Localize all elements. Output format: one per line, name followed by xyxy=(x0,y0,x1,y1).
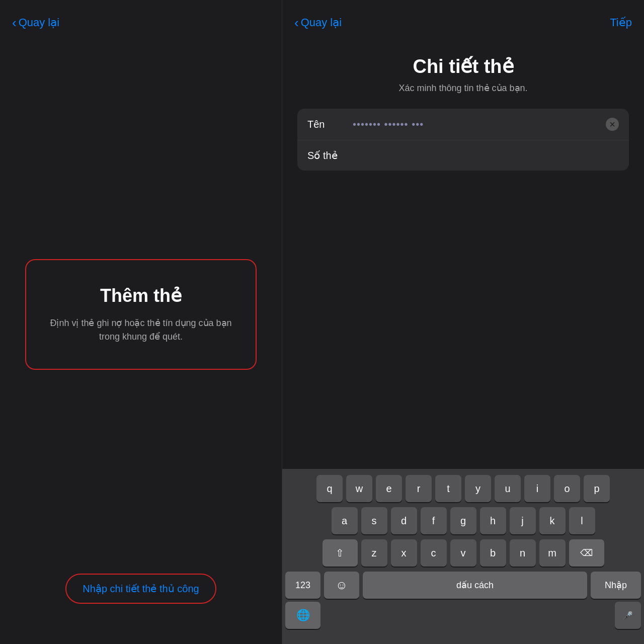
right-top-section: ‹ Quay lại Tiếp Chi tiết thẻ Xác minh th… xyxy=(282,0,644,171)
right-header: Chi tiết thẻ Xác minh thông tin thẻ của … xyxy=(282,45,644,109)
key-d[interactable]: d xyxy=(391,507,417,534)
add-card-box: Thêm thẻ Định vị thẻ ghi nợ hoặc thẻ tín… xyxy=(25,259,257,370)
space-key[interactable]: dấu cách xyxy=(363,572,587,599)
numbers-key[interactable]: 123 xyxy=(285,572,320,599)
key-z[interactable]: z xyxy=(361,539,387,567)
key-o[interactable]: o xyxy=(554,475,580,502)
key-p[interactable]: p xyxy=(584,475,610,502)
key-k[interactable]: k xyxy=(539,507,566,534)
keyboard-row-3: ⇧ z x c v b n m ⌫ xyxy=(285,539,641,567)
shift-key[interactable]: ⇧ xyxy=(323,539,358,567)
key-y[interactable]: y xyxy=(465,475,491,502)
key-a[interactable]: a xyxy=(332,507,358,534)
right-chevron-icon: ‹ xyxy=(294,15,299,31)
name-label: Tên xyxy=(307,119,353,130)
key-u[interactable]: u xyxy=(495,475,521,502)
card-number-label: Số thẻ xyxy=(307,149,353,162)
right-nav-bar: ‹ Quay lại Tiếp xyxy=(282,0,644,45)
right-panel-inner: q w e r t y u i o p a s d f g h j k xyxy=(282,171,644,644)
key-r[interactable]: r xyxy=(406,475,432,502)
key-v[interactable]: v xyxy=(450,539,476,567)
card-detail-form: Tên ••••••• •••••• ••• Số thẻ xyxy=(297,109,629,171)
add-card-subtitle: Định vị thẻ ghi nợ hoặc thẻ tín dụng của… xyxy=(46,316,235,344)
mic-key[interactable]: 🎤 xyxy=(615,602,641,629)
manual-entry-container: Nhập chi tiết thẻ thủ công xyxy=(35,574,247,604)
key-w[interactable]: w xyxy=(346,475,372,502)
left-back-button[interactable]: ‹ Quay lại xyxy=(12,15,59,31)
keyboard-globe-row: 🌐 🎤 xyxy=(285,602,641,629)
next-button[interactable]: Tiếp xyxy=(610,16,632,29)
keyboard-row-1: q w e r t y u i o p xyxy=(285,475,641,502)
enter-key[interactable]: Nhập xyxy=(591,572,641,599)
left-panel: ‹ Quay lại Thêm thẻ Định vị thẻ ghi nợ h… xyxy=(0,0,282,644)
right-back-label: Quay lại xyxy=(301,16,342,29)
keyboard-row-2: a s d f g h j k l xyxy=(285,507,641,534)
emoji-key[interactable]: ☺ xyxy=(324,572,359,599)
delete-key[interactable]: ⌫ xyxy=(569,539,604,567)
key-g[interactable]: g xyxy=(450,507,476,534)
key-m[interactable]: m xyxy=(539,539,566,567)
key-t[interactable]: t xyxy=(435,475,461,502)
manual-entry-button[interactable]: Nhập chi tiết thẻ thủ công xyxy=(65,574,216,604)
key-e[interactable]: e xyxy=(376,475,402,502)
keyboard-bottom-row: 123 ☺ dấu cách Nhập xyxy=(285,572,641,599)
left-back-label: Quay lại xyxy=(19,16,59,29)
key-s[interactable]: s xyxy=(361,507,387,534)
key-q[interactable]: q xyxy=(316,475,343,502)
key-c[interactable]: c xyxy=(421,539,447,567)
right-header-subtitle: Xác minh thông tin thẻ của bạn. xyxy=(302,83,624,94)
card-number-form-row[interactable]: Số thẻ xyxy=(297,140,629,171)
right-panel: ‹ Quay lại Tiếp Chi tiết thẻ Xác minh th… xyxy=(282,0,644,644)
key-i[interactable]: i xyxy=(524,475,550,502)
key-b[interactable]: b xyxy=(480,539,506,567)
key-l[interactable]: l xyxy=(569,507,595,534)
key-f[interactable]: f xyxy=(421,507,447,534)
name-form-row[interactable]: Tên ••••••• •••••• ••• xyxy=(297,109,629,140)
add-card-title: Thêm thẻ xyxy=(46,285,235,306)
left-chevron-icon: ‹ xyxy=(12,15,17,31)
name-value: ••••••• •••••• ••• xyxy=(353,119,606,130)
name-clear-button[interactable] xyxy=(606,118,619,131)
globe-key[interactable]: 🌐 xyxy=(285,602,320,629)
key-x[interactable]: x xyxy=(391,539,417,567)
keyboard: q w e r t y u i o p a s d f g h j k xyxy=(282,469,644,644)
right-back-button[interactable]: ‹ Quay lại xyxy=(294,15,342,31)
left-nav-bar: ‹ Quay lại xyxy=(0,0,282,45)
key-h[interactable]: h xyxy=(480,507,506,534)
key-n[interactable]: n xyxy=(510,539,536,567)
right-header-title: Chi tiết thẻ xyxy=(302,55,624,77)
key-j[interactable]: j xyxy=(510,507,536,534)
left-main-content: Thêm thẻ Định vị thẻ ghi nợ hoặc thẻ tín… xyxy=(0,45,282,644)
